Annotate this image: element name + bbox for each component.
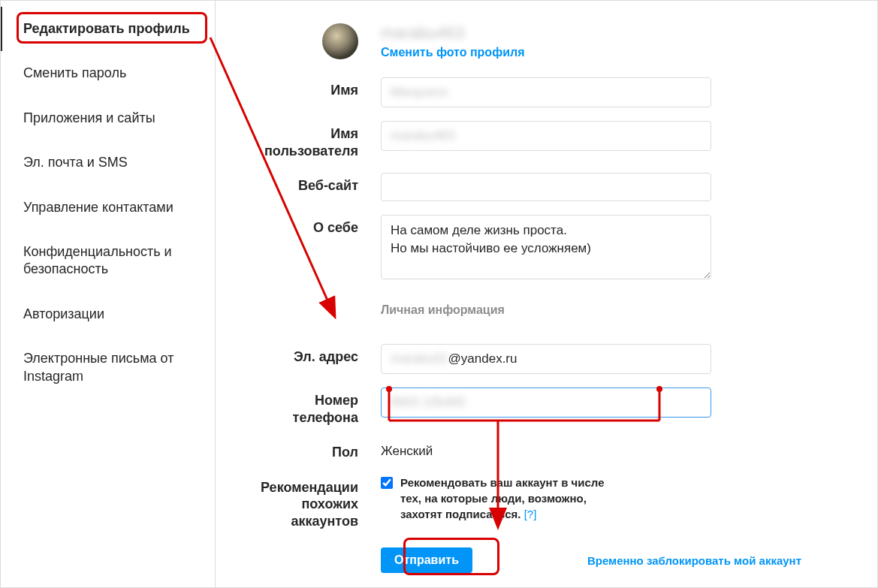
edit-profile-form: mаrаbu463 Сменить фото профиля Имя Mаrqu… bbox=[216, 1, 877, 587]
recommendations-text: Рекомендовать ваш аккаунт в числе тех, н… bbox=[400, 475, 618, 522]
submit-button[interactable]: Отправить bbox=[381, 547, 472, 573]
sidebar-item-privacy-security[interactable]: Конфиденциальность и безопасность bbox=[1, 230, 215, 292]
sidebar-item-label: Авторизации bbox=[23, 306, 104, 321]
sidebar-item-edit-profile[interactable]: Редактировать профиль bbox=[1, 7, 215, 51]
sidebar-item-email-sms[interactable]: Эл. почта и SMS bbox=[1, 140, 215, 185]
website-label: Веб-сайт bbox=[246, 173, 381, 194]
sidebar-item-manage-contacts[interactable]: Управление контактами bbox=[1, 185, 215, 230]
sidebar-item-label: Приложения и сайты bbox=[23, 110, 155, 125]
gender-label: Пол bbox=[246, 439, 381, 461]
sidebar-item-label: Редактировать профиль bbox=[23, 21, 190, 36]
settings-sidebar: Редактировать профиль Сменить пароль При… bbox=[1, 1, 216, 587]
username-label: Имя пользователя bbox=[246, 121, 381, 159]
avatar[interactable] bbox=[322, 23, 358, 59]
sidebar-item-apps-websites[interactable]: Приложения и сайты bbox=[1, 96, 215, 140]
website-input[interactable] bbox=[381, 173, 711, 201]
recommendations-checkbox[interactable] bbox=[381, 477, 393, 489]
sidebar-item-login-activity[interactable]: Авторизации bbox=[1, 292, 215, 336]
phone-label: Номер телефона bbox=[246, 387, 381, 426]
name-label: Имя bbox=[246, 77, 381, 99]
recommendations-label: Рекомендации похожих аккаунтов bbox=[246, 475, 381, 530]
bio-label: О себе bbox=[246, 215, 381, 237]
sidebar-item-label: Эл. почта и SMS bbox=[23, 155, 128, 170]
sidebar-item-emails-from-instagram[interactable]: Электронные письма от Instagram bbox=[1, 336, 215, 399]
private-info-header: Личная информация bbox=[381, 303, 711, 317]
change-photo-link[interactable]: Сменить фото профиля bbox=[381, 46, 711, 59]
sidebar-item-label: Конфиденциальность и безопасность bbox=[23, 244, 172, 276]
email-input[interactable]: mаrаbu01@yandex.ru bbox=[381, 344, 711, 374]
gender-value[interactable]: Женский bbox=[381, 439, 711, 459]
sidebar-item-label: Сменить пароль bbox=[23, 65, 126, 80]
name-input[interactable]: Mаrquеnо bbox=[381, 77, 711, 107]
sidebar-item-change-password[interactable]: Сменить пароль bbox=[1, 51, 215, 95]
sidebar-item-label: Электронные письма от Instagram bbox=[23, 351, 173, 383]
disable-account-link[interactable]: Временно заблокировать мой аккаунт bbox=[587, 554, 801, 567]
email-label: Эл. адрес bbox=[246, 344, 381, 366]
bio-textarea[interactable]: На самом деле жизнь проста. Но мы настой… bbox=[381, 215, 711, 279]
username-input[interactable]: mаrаbu463 bbox=[381, 121, 711, 151]
phone-input[interactable]: 8903 105400 bbox=[381, 387, 711, 418]
profile-username: mаrаbu463 bbox=[381, 23, 711, 43]
recommendations-help-link[interactable]: [?] bbox=[524, 508, 537, 520]
sidebar-item-label: Управление контактами bbox=[23, 200, 173, 215]
